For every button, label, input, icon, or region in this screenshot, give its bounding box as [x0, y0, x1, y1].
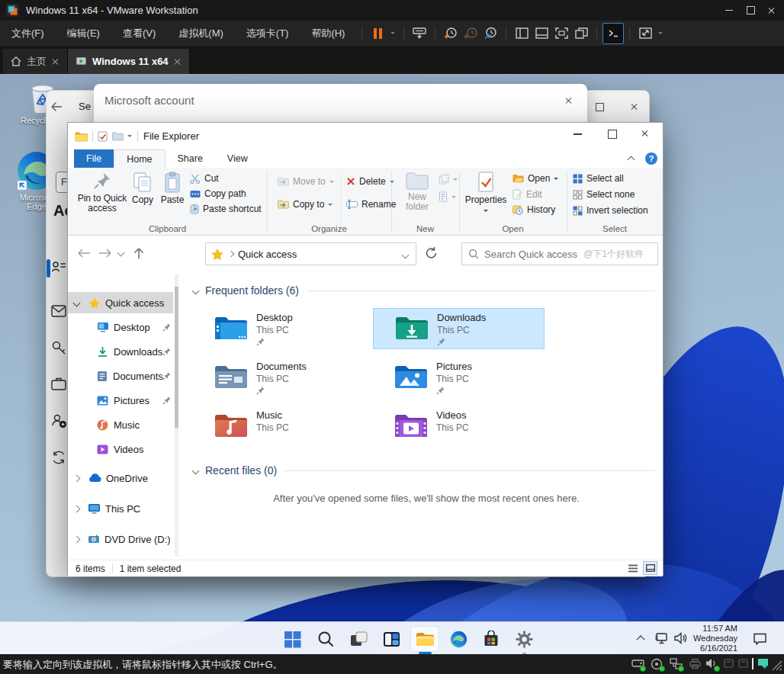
- account-info-icon[interactable]: [51, 260, 66, 275]
- folder-tile-videos[interactable]: Videos This PC: [373, 406, 545, 447]
- nav-music[interactable]: Music: [68, 414, 173, 435]
- start-button[interactable]: [279, 626, 305, 652]
- breadcrumb-location[interactable]: Quick access: [238, 249, 297, 260]
- new-folder-button[interactable]: New folder: [397, 172, 437, 212]
- address-dropdown[interactable]: [402, 252, 410, 259]
- ribbon-tab-share[interactable]: Share: [165, 149, 215, 168]
- vmware-maximize-button[interactable]: [740, 0, 761, 21]
- printer-device-icon[interactable]: [689, 658, 702, 670]
- message-log-icon[interactable]: [757, 658, 769, 669]
- revert-snapshot-icon[interactable]: [461, 24, 480, 43]
- free-stretch-icon[interactable]: [635, 24, 655, 43]
- taskbar-store-button[interactable]: [478, 626, 504, 652]
- vm-guest-screen[interactable]: Recycle Bin Microsoft Edge Se Fi Acc: [0, 74, 784, 654]
- sync-settings-icon[interactable]: [51, 450, 66, 465]
- hard-disk-device-icon[interactable]: [631, 658, 644, 670]
- recent-files-header[interactable]: Recent files (0): [193, 464, 655, 477]
- select-none-button[interactable]: Select none: [573, 189, 635, 200]
- ribbon-tab-view[interactable]: View: [215, 149, 260, 168]
- notification-center-icon[interactable]: [753, 632, 767, 645]
- search-box[interactable]: Search Quick access @下1个好软件: [461, 242, 658, 265]
- refresh-icon[interactable]: [425, 246, 438, 260]
- explorer-close-button[interactable]: [629, 123, 663, 146]
- take-snapshot-icon[interactable]: [441, 24, 461, 43]
- nav-pictures[interactable]: Pictures: [68, 390, 173, 411]
- menu-help[interactable]: 帮助(H): [300, 21, 356, 46]
- folder-tile-music[interactable]: Music This PC: [193, 406, 365, 447]
- suspend-vm-button[interactable]: [368, 24, 387, 43]
- folder-tile-desktop[interactable]: Desktop This PC: [193, 308, 365, 349]
- nav-downloads[interactable]: Downloads: [68, 341, 173, 362]
- taskbar-explorer-button[interactable]: [410, 626, 439, 652]
- unity-mode-icon[interactable]: [571, 24, 591, 43]
- copy-button[interactable]: Copy: [129, 172, 156, 205]
- edit-button[interactable]: Edit: [512, 189, 542, 200]
- cd-dvd-device-icon[interactable]: [651, 658, 664, 670]
- menu-view[interactable]: 查看(V): [111, 21, 167, 46]
- invert-selection-button[interactable]: Invert selection: [573, 205, 648, 216]
- email-accounts-icon[interactable]: [51, 305, 66, 317]
- menu-vm[interactable]: 虚拟机(M): [167, 21, 235, 46]
- nav-dvd-drive[interactable]: DVD Drive (D:) CC: [68, 528, 182, 550]
- ribbon-tab-file[interactable]: File: [74, 149, 114, 168]
- properties-button[interactable]: Properties: [464, 172, 508, 217]
- nav-onedrive[interactable]: OneDrive: [68, 467, 173, 489]
- details-view-icon[interactable]: [628, 563, 638, 573]
- show-library-icon[interactable]: [512, 24, 532, 43]
- sign-in-options-icon[interactable]: [51, 340, 66, 355]
- settings-close-button[interactable]: [625, 98, 644, 115]
- move-to-button[interactable]: Move to: [278, 176, 334, 187]
- explorer-minimize-button[interactable]: [561, 123, 595, 146]
- manage-snapshots-icon[interactable]: [480, 24, 500, 43]
- new-item-button[interactable]: [439, 175, 458, 185]
- back-arrow-icon[interactable]: [50, 101, 63, 112]
- send-ctrl-alt-del-icon[interactable]: [410, 24, 429, 43]
- nav-videos[interactable]: Videos: [68, 438, 173, 460]
- qat-new-folder-icon[interactable]: [112, 132, 124, 141]
- menu-tabs[interactable]: 选项卡(T): [235, 21, 300, 46]
- network-adapter-device-icon[interactable]: [670, 658, 683, 670]
- thumbnail-view-toggle[interactable]: [643, 561, 657, 575]
- paste-shortcut-button[interactable]: Paste shortcut: [190, 204, 262, 214]
- nav-documents[interactable]: Documents: [68, 365, 173, 387]
- delete-button[interactable]: Delete: [346, 176, 394, 187]
- menu-file[interactable]: 文件(F): [0, 21, 56, 46]
- help-icon[interactable]: ?: [645, 152, 657, 165]
- nav-quick-access[interactable]: Quick access: [68, 292, 173, 313]
- folder-tile-documents[interactable]: Documents This PC: [193, 357, 365, 398]
- taskbar-clock[interactable]: 11:57 AM Wednesday 6/16/2021: [690, 624, 737, 653]
- volume-icon[interactable]: [674, 632, 688, 644]
- address-box[interactable]: Quick access: [205, 242, 416, 265]
- usb-device-2-icon[interactable]: [737, 658, 750, 670]
- show-thumbnail-bar-icon[interactable]: [532, 24, 551, 43]
- settings-maximize-button[interactable]: [590, 98, 609, 115]
- tab-home[interactable]: 主页: [3, 49, 68, 74]
- stretch-dropdown[interactable]: [655, 24, 666, 43]
- task-view-button[interactable]: [345, 626, 371, 652]
- taskbar-settings-button[interactable]: [511, 626, 537, 652]
- copy-path-button[interactable]: Copy path: [190, 188, 246, 199]
- qat-customize-dropdown[interactable]: [127, 135, 132, 140]
- copy-to-button[interactable]: Copy to: [278, 199, 333, 210]
- qat-properties-icon[interactable]: [98, 131, 108, 142]
- folder-tile-pictures[interactable]: Pictures This PC: [373, 357, 545, 398]
- paste-button[interactable]: Paste: [158, 172, 187, 205]
- virtual-terminal-icon[interactable]: [602, 23, 624, 44]
- minimize-ribbon-icon[interactable]: [628, 156, 635, 164]
- tab-windows11[interactable]: Windows 11 x64: [68, 49, 190, 74]
- tab-windows11-close-icon[interactable]: [174, 58, 182, 66]
- usb-device-icon[interactable]: [723, 658, 736, 670]
- recent-locations-dropdown[interactable]: [117, 249, 125, 257]
- forward-icon[interactable]: [98, 248, 112, 258]
- select-all-button[interactable]: Select all: [573, 173, 624, 184]
- vmware-close-button[interactable]: [761, 0, 782, 21]
- network-icon[interactable]: [654, 632, 669, 645]
- widgets-button[interactable]: [378, 626, 404, 652]
- explorer-maximize-button[interactable]: [595, 123, 629, 146]
- family-users-icon[interactable]: [51, 413, 66, 428]
- tab-home-close-icon[interactable]: [52, 58, 59, 66]
- up-icon[interactable]: [133, 247, 144, 259]
- ribbon-tab-home[interactable]: Home: [114, 149, 165, 168]
- frequent-folders-header[interactable]: Frequent folders (6): [193, 284, 655, 297]
- folder-tile-downloads-selected[interactable]: Downloads This PC: [373, 308, 545, 349]
